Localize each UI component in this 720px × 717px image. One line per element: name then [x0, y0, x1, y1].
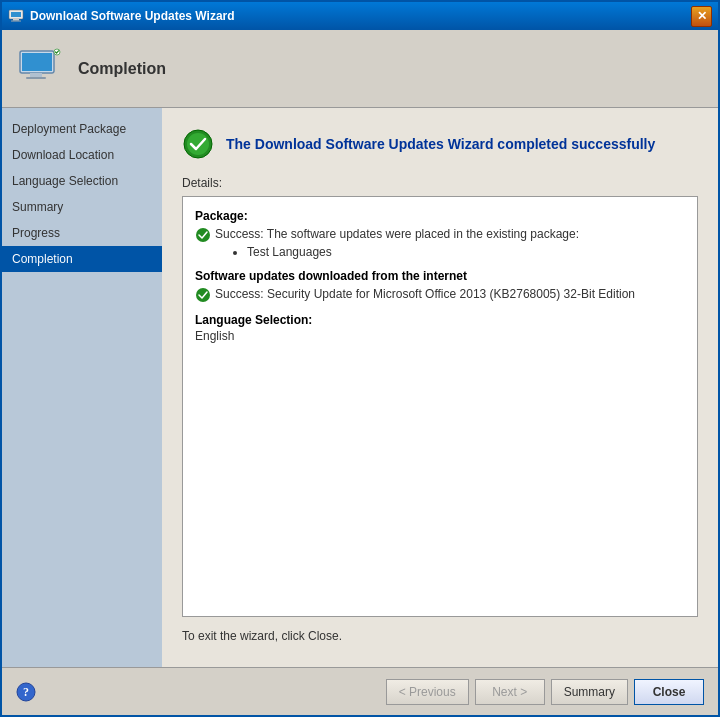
sidebar-item-summary[interactable]: Summary [2, 194, 162, 220]
package-title: Package: [195, 209, 685, 223]
software-success-text: Success: Security Update for Microsoft O… [215, 287, 635, 301]
package-check-icon [195, 227, 211, 243]
svg-text:?: ? [23, 685, 29, 699]
next-button[interactable]: Next > [475, 679, 545, 705]
previous-button[interactable]: < Previous [386, 679, 469, 705]
sidebar-item-progress[interactable]: Progress [2, 220, 162, 246]
sidebar-item-language-selection[interactable]: Language Selection [2, 168, 162, 194]
sidebar-item-download-location[interactable]: Download Location [2, 142, 162, 168]
footer-buttons: < Previous Next > Summary Close [386, 679, 704, 705]
svg-point-12 [196, 288, 210, 302]
computer-header-icon [16, 45, 64, 93]
wizard-window: Download Software Updates Wizard ✕ Compl… [0, 0, 720, 717]
software-success-row: Success: Security Update for Microsoft O… [195, 287, 685, 303]
sidebar: Deployment Package Download Location Lan… [2, 108, 162, 667]
sidebar-item-completion[interactable]: Completion [2, 246, 162, 272]
svg-rect-5 [22, 53, 52, 71]
titlebar-icon [8, 8, 24, 24]
package-bullet-item: Test Languages [247, 245, 685, 259]
titlebar-title: Download Software Updates Wizard [30, 9, 691, 23]
close-window-button[interactable]: ✕ [691, 6, 712, 27]
language-result-value: English [195, 329, 685, 343]
sidebar-item-deployment-package[interactable]: Deployment Package [2, 116, 162, 142]
software-title: Software updates downloaded from the int… [195, 269, 685, 283]
package-success-text: Success: The software updates were place… [215, 227, 579, 241]
svg-rect-1 [11, 12, 21, 17]
wizard-footer: ? < Previous Next > Summary Close [2, 667, 718, 715]
svg-rect-7 [26, 77, 46, 79]
package-section: Package: Success: The software updates w… [195, 209, 685, 259]
wizard-body: Deployment Package Download Location Lan… [2, 108, 718, 667]
svg-rect-3 [11, 21, 21, 22]
wizard-header-title: Completion [78, 60, 166, 78]
summary-button[interactable]: Summary [551, 679, 628, 705]
svg-point-11 [196, 228, 210, 242]
software-check-icon [195, 287, 211, 303]
success-icon [182, 128, 214, 160]
svg-rect-2 [13, 19, 19, 21]
help-icon[interactable]: ? [16, 682, 36, 702]
titlebar: Download Software Updates Wizard ✕ [2, 2, 718, 30]
svg-rect-6 [30, 73, 42, 77]
details-box: Package: Success: The software updates w… [182, 196, 698, 617]
success-header: The Download Software Updates Wizard com… [182, 128, 698, 160]
main-content: The Download Software Updates Wizard com… [162, 108, 718, 667]
package-success-row: Success: The software updates were place… [195, 227, 685, 243]
language-result-title: Language Selection: [195, 313, 685, 327]
wizard-header: Completion [2, 30, 718, 108]
footer-left: ? [16, 682, 36, 702]
language-result-section: Language Selection: English [195, 313, 685, 343]
software-section: Software updates downloaded from the int… [195, 269, 685, 303]
success-message: The Download Software Updates Wizard com… [226, 136, 655, 152]
details-label: Details: [182, 176, 698, 190]
exit-hint: To exit the wizard, click Close. [182, 629, 698, 643]
close-button[interactable]: Close [634, 679, 704, 705]
